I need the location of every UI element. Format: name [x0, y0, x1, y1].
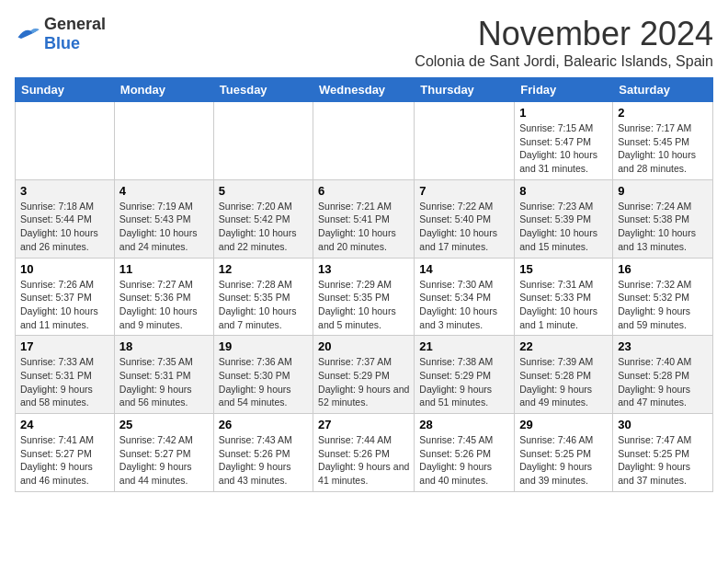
day-info: Sunrise: 7:27 AM Sunset: 5:36 PM Dayligh…: [119, 278, 209, 332]
calendar-cell: 20Sunrise: 7:37 AM Sunset: 5:29 PM Dayli…: [313, 336, 415, 414]
location-title: Colonia de Sant Jordi, Balearic Islands,…: [415, 53, 713, 70]
day-info: Sunrise: 7:37 AM Sunset: 5:29 PM Dayligh…: [318, 355, 409, 409]
calendar-cell: [114, 102, 213, 180]
day-info: Sunrise: 7:32 AM Sunset: 5:32 PM Dayligh…: [618, 278, 708, 332]
day-number: 29: [519, 418, 608, 431]
calendar-cell: 13Sunrise: 7:29 AM Sunset: 5:35 PM Dayli…: [313, 258, 415, 336]
day-info: Sunrise: 7:41 AM Sunset: 5:27 PM Dayligh…: [20, 433, 109, 488]
day-info: Sunrise: 7:42 AM Sunset: 5:27 PM Dayligh…: [119, 433, 209, 488]
day-info: Sunrise: 7:19 AM Sunset: 5:43 PM Dayligh…: [119, 200, 209, 254]
day-info: Sunrise: 7:38 AM Sunset: 5:29 PM Dayligh…: [419, 355, 509, 409]
calendar-cell: 18Sunrise: 7:35 AM Sunset: 5:31 PM Dayli…: [114, 336, 213, 414]
header: General Blue November 2024 Colonia de Sa…: [15, 15, 713, 70]
calendar-cell: 27Sunrise: 7:44 AM Sunset: 5:26 PM Dayli…: [313, 414, 415, 492]
day-number: 10: [20, 262, 109, 276]
logo: General Blue: [15, 15, 106, 53]
day-info: Sunrise: 7:46 AM Sunset: 5:25 PM Dayligh…: [519, 433, 608, 488]
day-info: Sunrise: 7:18 AM Sunset: 5:44 PM Dayligh…: [20, 200, 109, 254]
calendar-cell: 6Sunrise: 7:21 AM Sunset: 5:41 PM Daylig…: [313, 179, 415, 258]
calendar-cell: 12Sunrise: 7:28 AM Sunset: 5:35 PM Dayli…: [213, 258, 313, 336]
calendar-cell: 21Sunrise: 7:38 AM Sunset: 5:29 PM Dayli…: [415, 336, 515, 414]
calendar-cell: 11Sunrise: 7:27 AM Sunset: 5:36 PM Dayli…: [114, 258, 213, 336]
calendar-week-1: 1Sunrise: 7:15 AM Sunset: 5:47 PM Daylig…: [16, 102, 713, 180]
calendar-header-thursday: Thursday: [415, 78, 515, 102]
day-info: Sunrise: 7:45 AM Sunset: 5:26 PM Dayligh…: [419, 433, 509, 488]
calendar-cell: 26Sunrise: 7:43 AM Sunset: 5:26 PM Dayli…: [213, 414, 313, 492]
calendar-cell: 3Sunrise: 7:18 AM Sunset: 5:44 PM Daylig…: [16, 179, 115, 258]
day-number: 21: [419, 339, 509, 353]
logo-text: General Blue: [44, 15, 106, 53]
day-number: 9: [618, 184, 708, 198]
day-number: 3: [20, 184, 109, 198]
day-number: 25: [119, 418, 209, 431]
calendar-cell: 28Sunrise: 7:45 AM Sunset: 5:26 PM Dayli…: [415, 414, 515, 492]
day-number: 8: [519, 184, 608, 198]
calendar-week-4: 17Sunrise: 7:33 AM Sunset: 5:31 PM Dayli…: [16, 336, 713, 414]
calendar-header-wednesday: Wednesday: [313, 78, 415, 102]
day-info: Sunrise: 7:28 AM Sunset: 5:35 PM Dayligh…: [219, 278, 308, 332]
day-info: Sunrise: 7:29 AM Sunset: 5:35 PM Dayligh…: [318, 278, 409, 332]
calendar-cell: [415, 102, 515, 180]
day-info: Sunrise: 7:47 AM Sunset: 5:25 PM Dayligh…: [618, 433, 708, 488]
day-number: 18: [119, 339, 209, 353]
day-info: Sunrise: 7:39 AM Sunset: 5:28 PM Dayligh…: [519, 355, 608, 409]
day-number: 19: [219, 339, 308, 353]
calendar-week-3: 10Sunrise: 7:26 AM Sunset: 5:37 PM Dayli…: [16, 258, 713, 336]
day-number: 28: [419, 418, 509, 431]
day-info: Sunrise: 7:33 AM Sunset: 5:31 PM Dayligh…: [20, 355, 109, 409]
logo-blue: Blue: [44, 34, 80, 52]
day-number: 22: [519, 339, 608, 353]
logo-general: General: [44, 15, 106, 33]
day-info: Sunrise: 7:15 AM Sunset: 5:47 PM Dayligh…: [519, 121, 608, 176]
calendar-header-saturday: Saturday: [613, 78, 713, 102]
day-info: Sunrise: 7:44 AM Sunset: 5:26 PM Dayligh…: [318, 433, 409, 488]
calendar-cell: [313, 102, 415, 180]
calendar-cell: 15Sunrise: 7:31 AM Sunset: 5:33 PM Dayli…: [515, 258, 613, 336]
day-number: 5: [219, 184, 308, 198]
day-number: 17: [20, 339, 109, 353]
calendar-cell: 8Sunrise: 7:23 AM Sunset: 5:39 PM Daylig…: [515, 179, 613, 258]
calendar-cell: 2Sunrise: 7:17 AM Sunset: 5:45 PM Daylig…: [613, 102, 713, 180]
calendar-week-2: 3Sunrise: 7:18 AM Sunset: 5:44 PM Daylig…: [16, 179, 713, 258]
day-number: 7: [419, 184, 509, 198]
day-info: Sunrise: 7:40 AM Sunset: 5:28 PM Dayligh…: [618, 355, 708, 409]
day-info: Sunrise: 7:20 AM Sunset: 5:42 PM Dayligh…: [219, 200, 308, 254]
day-number: 23: [618, 339, 708, 353]
day-number: 13: [318, 262, 409, 276]
title-area: November 2024 Colonia de Sant Jordi, Bal…: [415, 15, 713, 70]
calendar-cell: 14Sunrise: 7:30 AM Sunset: 5:34 PM Dayli…: [415, 258, 515, 336]
day-number: 26: [219, 418, 308, 431]
calendar-cell: 25Sunrise: 7:42 AM Sunset: 5:27 PM Dayli…: [114, 414, 213, 492]
day-info: Sunrise: 7:43 AM Sunset: 5:26 PM Dayligh…: [219, 433, 308, 488]
day-number: 4: [119, 184, 209, 198]
calendar-header-friday: Friday: [515, 78, 613, 102]
day-info: Sunrise: 7:36 AM Sunset: 5:30 PM Dayligh…: [219, 355, 308, 409]
day-info: Sunrise: 7:30 AM Sunset: 5:34 PM Dayligh…: [419, 278, 509, 332]
day-number: 27: [318, 418, 409, 431]
calendar-cell: 10Sunrise: 7:26 AM Sunset: 5:37 PM Dayli…: [16, 258, 115, 336]
calendar-cell: 1Sunrise: 7:15 AM Sunset: 5:47 PM Daylig…: [515, 102, 613, 180]
calendar-week-5: 24Sunrise: 7:41 AM Sunset: 5:27 PM Dayli…: [16, 414, 713, 492]
calendar-cell: 23Sunrise: 7:40 AM Sunset: 5:28 PM Dayli…: [613, 336, 713, 414]
day-number: 14: [419, 262, 509, 276]
day-info: Sunrise: 7:17 AM Sunset: 5:45 PM Dayligh…: [618, 121, 708, 176]
calendar-cell: [16, 102, 115, 180]
calendar-cell: 7Sunrise: 7:22 AM Sunset: 5:40 PM Daylig…: [415, 179, 515, 258]
calendar-table: SundayMondayTuesdayWednesdayThursdayFrid…: [15, 77, 713, 492]
calendar-cell: 16Sunrise: 7:32 AM Sunset: 5:32 PM Dayli…: [613, 258, 713, 336]
calendar-cell: [213, 102, 313, 180]
calendar-cell: 22Sunrise: 7:39 AM Sunset: 5:28 PM Dayli…: [515, 336, 613, 414]
day-info: Sunrise: 7:31 AM Sunset: 5:33 PM Dayligh…: [519, 278, 608, 332]
day-number: 6: [318, 184, 409, 198]
calendar-header-sunday: Sunday: [16, 78, 115, 102]
day-number: 15: [519, 262, 608, 276]
calendar-header-row: SundayMondayTuesdayWednesdayThursdayFrid…: [16, 78, 713, 102]
day-number: 11: [119, 262, 209, 276]
calendar-header-tuesday: Tuesday: [213, 78, 313, 102]
calendar-cell: 4Sunrise: 7:19 AM Sunset: 5:43 PM Daylig…: [114, 179, 213, 258]
day-info: Sunrise: 7:26 AM Sunset: 5:37 PM Dayligh…: [20, 278, 109, 332]
calendar-cell: 29Sunrise: 7:46 AM Sunset: 5:25 PM Dayli…: [515, 414, 613, 492]
calendar-header-monday: Monday: [114, 78, 213, 102]
day-number: 12: [219, 262, 308, 276]
day-number: 2: [618, 106, 708, 120]
